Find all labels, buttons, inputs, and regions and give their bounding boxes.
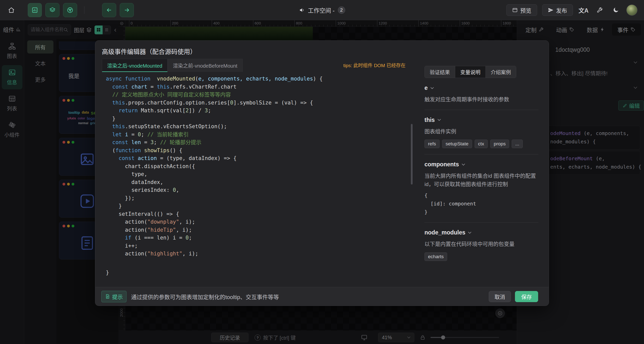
variable-sections: e触发对应生命周期事件时接收的参数this图表组件实例refssetupStat… (424, 78, 538, 267)
variable-tag: ... (512, 140, 523, 148)
send-icon (548, 7, 554, 13)
doc-tab-variables[interactable]: 变量说明 (455, 66, 486, 78)
code-line: if (i === len) i = 0; (106, 234, 415, 242)
workspace-label: 工作空间 - (308, 6, 334, 14)
chevron-down-icon (430, 87, 434, 89)
cancel-button[interactable]: 取消 (489, 291, 511, 302)
code-line: seriesIndex: 0, (106, 186, 415, 194)
app-root: 工作空间 - 2 预览 发布 文A 组件 图表信息列表小组件 (0, 0, 644, 344)
modal-footer: 提示 通过提供的参数可为图表增加定制化的tooltip、交互事件等等 取消 保存 (95, 287, 549, 306)
speaker-icon (299, 7, 305, 13)
section-tags: echarts (424, 252, 538, 261)
modal-title: 高级事件编辑器（配合源码使用） (102, 47, 196, 56)
arrow-right-icon (124, 7, 130, 13)
variable-section-e: e触发对应生命周期事件时接收的参数 (424, 78, 538, 110)
workspace-count-badge: 2 (338, 6, 345, 14)
section-code: { [id]: component } (424, 191, 538, 216)
filter-icon (67, 7, 73, 13)
filter-tool-button[interactable] (63, 3, 77, 17)
theme-toggle-button[interactable] (610, 5, 621, 16)
variable-tag: setupState (442, 140, 472, 148)
variable-section-node_modules: node_modules以下是内置在代码环境中可用的包变量echarts (424, 223, 538, 267)
code-line: action("highlight", i); (106, 250, 415, 258)
code-line: i++; (106, 242, 415, 250)
code-line: this.props.chartConfig.option.series[0].… (106, 99, 415, 107)
code-tab-vnode-mounted[interactable]: 渲染之后-vnodeMounted (102, 59, 168, 72)
code-editor[interactable]: async function vnodeMounted(e, component… (102, 75, 415, 261)
section-name-text: e (424, 85, 428, 91)
code-line: } (106, 115, 415, 123)
preview-button[interactable]: 预览 (506, 4, 537, 16)
window-icon (512, 7, 518, 13)
section-name[interactable]: e (424, 85, 538, 91)
code-scrollbar[interactable] (411, 124, 413, 184)
code-tabs: 渲染之后-vnodeMounted渲染之前-vnodeBeforeMount (102, 59, 243, 72)
section-name[interactable]: node_modules (424, 229, 538, 236)
top-bar: 工作空间 - 2 预览 发布 文A (0, 0, 644, 20)
undo-button[interactable] (102, 3, 116, 17)
chevron-down-icon (462, 163, 465, 166)
avatar[interactable] (626, 5, 637, 16)
section-desc: 以下是内置在代码环境中可用的包变量 (424, 240, 538, 248)
toolbar-divider (84, 6, 84, 14)
variable-tag: ctx (475, 140, 488, 148)
code-line: return Math.sqrt(val[2]) / 3; (106, 107, 415, 115)
home-icon (8, 7, 15, 14)
layers-tool-button[interactable] (45, 3, 59, 17)
code-line: dataIndex, (106, 178, 415, 187)
code-line: async function vnodeMounted(e, component… (106, 75, 415, 83)
doc-tab-examples[interactable]: 介绍案例 (486, 66, 516, 78)
section-name[interactable]: components (424, 161, 538, 168)
code-line: // 定义地图原点大小 同理可自定义标签等等内容 (106, 91, 415, 99)
tools-button[interactable] (594, 5, 605, 16)
section-name-text: node_modules (424, 229, 465, 236)
history-buttons (102, 3, 134, 17)
code-editor-lines: async function vnodeMounted(e, component… (106, 75, 415, 258)
language-toggle-button[interactable]: 文A (578, 5, 589, 16)
code-line: const chart = this.refs.vChartRef.chart (106, 83, 415, 91)
code-line: this.setupState.vEchartsSetOption(); (106, 123, 415, 131)
variable-section-components: components当前大屏内所有组件的集合id 图表组件中的配置id，可以获取… (424, 154, 538, 223)
tip-badge: 提示 (101, 291, 127, 302)
variable-tag: props (490, 140, 509, 148)
doc-tab-validation[interactable]: 验证结果 (425, 66, 455, 78)
document-icon (105, 294, 110, 299)
chevron-down-icon (468, 231, 472, 234)
variable-tag: echarts (424, 252, 447, 261)
bar-chart-icon (32, 7, 38, 13)
top-bar-right: 预览 发布 文A (506, 4, 637, 16)
moon-icon (612, 7, 619, 13)
workspace-title: 工作空间 - 2 (299, 6, 345, 14)
home-button[interactable] (6, 4, 17, 16)
section-desc: 触发对应生命周期事件时接收的参数 (424, 95, 538, 104)
toolbar-left (28, 3, 77, 17)
code-line: const action = (type, dataIndex) => { (106, 154, 415, 163)
code-line: } (106, 202, 415, 210)
footer-tip-text: 通过提供的参数可为图表增加定制化的tooltip、交互事件等等 (131, 293, 279, 301)
chevron-down-icon (437, 119, 441, 121)
section-tags: refssetupStatectxprops... (424, 140, 538, 148)
code-line: action("hideTip", i); (106, 226, 415, 234)
section-name[interactable]: this (424, 117, 538, 123)
code-closing-brace: } (106, 269, 109, 277)
code-line: let i = 0; // 当前轮播索引 (106, 131, 415, 139)
section-desc: 当前大屏内所有组件的集合id 图表组件中的配置id，可以获取其他图表组件进行控制 (424, 172, 538, 188)
section-name-text: components (424, 161, 459, 168)
wrench-icon (596, 7, 603, 13)
save-button[interactable]: 保存 (515, 291, 538, 302)
arrow-left-icon (106, 7, 112, 13)
translate-icon: 文A (578, 6, 589, 14)
redo-button[interactable] (120, 3, 134, 17)
event-editor-modal: 高级事件编辑器（配合源码使用） 渲染之后-vnodeMounted渲染之前-vn… (95, 40, 549, 306)
code-tab-vnode-before-mount[interactable]: 渲染之前-vnodeBeforeMount (168, 59, 243, 72)
code-line: chart.dispatchAction({ (106, 163, 415, 171)
code-header: 渲染之后-vnodeMounted渲染之前-vnodeBeforeMount t… (102, 59, 406, 72)
charts-tool-button[interactable] (28, 3, 42, 17)
variable-tag: refs (424, 140, 440, 148)
publish-button[interactable]: 发布 (542, 4, 573, 16)
variable-section-this: this图表组件实例refssetupStatectxprops... (424, 110, 538, 155)
dom-tip: tips: 此时组件 DOM 已经存在 (343, 62, 406, 72)
code-line: (function showTips() { (106, 147, 415, 155)
code-line: }); (106, 194, 415, 202)
section-desc: 图表组件实例 (424, 127, 538, 136)
